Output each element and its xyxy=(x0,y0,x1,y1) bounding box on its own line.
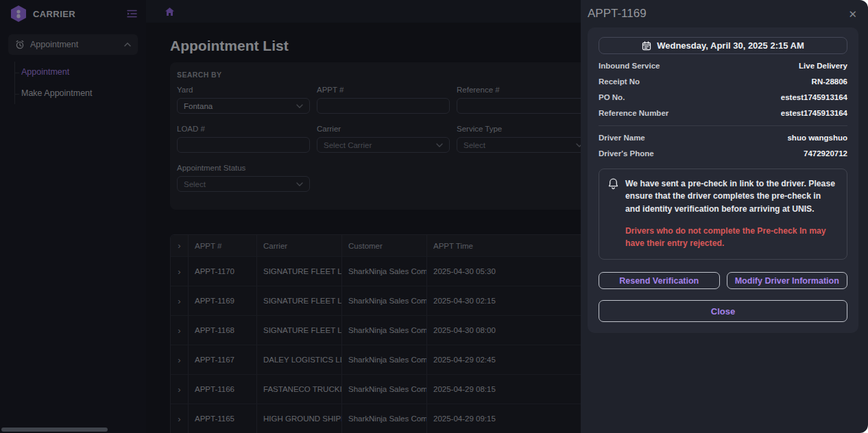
detail-rows: Inbound Service Live Delivery Receipt No… xyxy=(599,62,847,117)
detail-value: 7472920712 xyxy=(804,149,847,158)
detail-label: PO No. xyxy=(599,93,625,101)
detail-value: Live Delivery xyxy=(799,62,847,70)
appointment-datetime: Wednesday, April 30, 2025 2:15 AM xyxy=(657,40,804,51)
detail-label: Driver's Phone xyxy=(599,149,654,158)
detail-value: shuo wangshuo xyxy=(787,134,847,142)
detail-label: Driver Name xyxy=(599,134,645,142)
notice-warning-text: Drivers who do not complete the Pre-chec… xyxy=(625,225,838,250)
detail-value: RN-28806 xyxy=(812,77,847,86)
detail-row: Driver Name shuo wangshuo xyxy=(599,134,847,142)
app-window: CARRIER Appoin xyxy=(0,0,868,433)
bell-icon xyxy=(607,177,619,249)
detail-row: Receipt No RN-28806 xyxy=(599,77,847,86)
appointment-detail-drawer: APPT-1169 ✕ Wednesday, April 30, 2025 2:… xyxy=(581,0,868,433)
calendar-icon xyxy=(642,41,651,51)
detail-value: estest1745913164 xyxy=(781,109,847,117)
detail-row: Inbound Service Live Delivery xyxy=(599,62,847,70)
detail-label: Inbound Service xyxy=(599,62,660,70)
drawer-title: APPT-1169 xyxy=(588,7,647,21)
detail-label: Reference Number xyxy=(599,109,668,117)
modify-driver-information-button[interactable]: Modify Driver Information xyxy=(727,272,848,289)
driver-rows: Driver Name shuo wangshuo Driver's Phone… xyxy=(599,134,847,158)
appointment-detail-card: Wednesday, April 30, 2025 2:15 AM Inboun… xyxy=(588,27,858,333)
appointment-datetime-banner: Wednesday, April 30, 2025 2:15 AM xyxy=(599,37,847,54)
notice-text: We have sent a pre-check in link to the … xyxy=(625,177,838,215)
section-divider xyxy=(599,125,847,126)
pre-checkin-notice: We have sent a pre-check in link to the … xyxy=(599,169,847,260)
detail-value: estest1745913164 xyxy=(781,93,847,101)
detail-label: Receipt No xyxy=(599,77,640,86)
horizontal-scrollbar-thumb[interactable] xyxy=(1,428,108,432)
drawer-header: APPT-1169 ✕ xyxy=(581,0,868,25)
detail-row: Driver's Phone 7472920712 xyxy=(599,149,847,158)
close-button[interactable]: Close xyxy=(599,300,847,322)
detail-row: Reference Number estest1745913164 xyxy=(599,109,847,117)
resend-verification-button[interactable]: Resend Verification xyxy=(599,272,720,289)
detail-row: PO No. estest1745913164 xyxy=(599,93,847,101)
close-icon[interactable]: ✕ xyxy=(848,9,857,19)
